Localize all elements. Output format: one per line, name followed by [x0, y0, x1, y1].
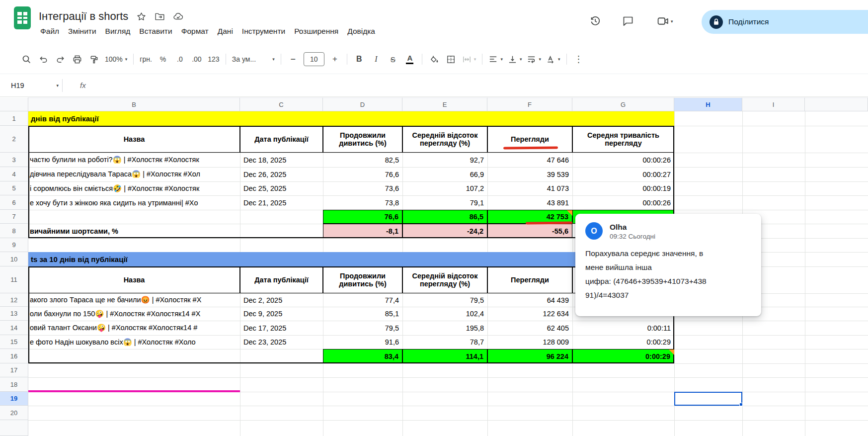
row-header-15[interactable]: 15 — [0, 335, 28, 349]
column-header-G[interactable]: G — [572, 97, 674, 111]
cell-G16[interactable]: 0:00:29 — [572, 349, 674, 363]
cell-D13[interactable]: 85,1 — [323, 307, 402, 321]
row-header-4[interactable]: 4 — [0, 167, 28, 181]
cell-F14[interactable]: 62 405 — [487, 321, 572, 335]
cell-B11[interactable]: Назва — [28, 266, 240, 293]
strikethrough-button[interactable]: S — [385, 50, 401, 68]
cell-D16[interactable]: 83,4 — [323, 349, 402, 363]
row-header-1[interactable]: 1 — [0, 111, 28, 126]
comment-marker-icon[interactable] — [669, 349, 674, 355]
menu-view[interactable]: Вигляд — [101, 25, 135, 38]
column-header-D[interactable]: D — [323, 97, 402, 111]
currency-format-button[interactable]: грн. — [137, 50, 155, 68]
row-header-16[interactable]: 16 — [0, 349, 28, 363]
bold-button[interactable]: B — [351, 50, 368, 68]
cell-G4[interactable]: 00:00:27 — [572, 167, 674, 181]
fill-color-icon[interactable] — [426, 50, 443, 68]
cell-D5[interactable]: 73,6 — [323, 181, 402, 195]
select-all-corner[interactable] — [0, 97, 28, 111]
menu-format[interactable]: Формат — [177, 25, 213, 38]
menu-tools[interactable]: Інструменти — [237, 25, 290, 38]
cell-G5[interactable]: 00:00:19 — [572, 181, 674, 195]
row-header-5[interactable]: 5 — [0, 181, 28, 195]
column-header-H[interactable]: H — [674, 97, 742, 111]
cell-D6[interactable]: 73,8 — [323, 195, 402, 210]
row-header-9[interactable]: 9 — [0, 238, 28, 252]
font-family-select[interactable]: За ум...▾ — [230, 50, 277, 68]
meet-dropdown-caret[interactable]: ▾ — [671, 19, 673, 24]
row-header-partial[interactable] — [0, 420, 28, 436]
cell-D11[interactable]: Продовжили дивитись (%) — [323, 266, 402, 293]
cell-B13[interactable]: оли бахнули по 150🤪 | #Холостяк #Холостя… — [28, 307, 240, 321]
cell-E16[interactable]: 114,1 — [402, 349, 487, 363]
row-header-13[interactable]: 13 — [0, 307, 28, 321]
cell-C15[interactable]: Dec 23, 2025 — [240, 335, 323, 349]
search-icon[interactable] — [18, 50, 35, 68]
cell-F11[interactable]: Перегляди — [487, 266, 572, 293]
cloud-status-icon[interactable] — [173, 11, 184, 22]
row-header-19[interactable]: 19 — [0, 392, 28, 406]
row-header-2[interactable]: 2 — [0, 126, 28, 153]
name-box[interactable]: H19 ▾ — [0, 82, 59, 89]
comment-marker-icon[interactable] — [567, 210, 572, 216]
cell-E14[interactable]: 195,8 — [402, 321, 487, 335]
cell-E15[interactable]: 78,7 — [402, 335, 487, 349]
increase-font-size-button[interactable]: + — [326, 50, 343, 68]
menu-extensions[interactable]: Розширення — [290, 25, 343, 38]
decrease-decimals-button[interactable]: .0 — [171, 50, 188, 68]
redo-icon[interactable] — [52, 50, 69, 68]
menu-edit[interactable]: Змінити — [64, 25, 100, 38]
row-header-3[interactable]: 3 — [0, 153, 28, 167]
text-wrap-icon[interactable]: ▾ — [524, 50, 544, 68]
zoom-select[interactable]: 100%▾ — [102, 50, 130, 68]
active-cell-H19[interactable] — [674, 392, 742, 406]
cell-E13[interactable]: 102,4 — [402, 307, 487, 321]
column-header-B[interactable]: B — [28, 97, 240, 111]
document-title[interactable]: Інтеграції в shorts — [39, 10, 128, 23]
row-header-7[interactable]: 7 — [0, 210, 28, 224]
meet-icon[interactable]: ▾ — [657, 15, 673, 27]
row-header-12[interactable]: 12 — [0, 293, 28, 307]
cell-B6[interactable]: е хочу бути з жінкою яка сидить на утрим… — [28, 195, 240, 210]
cell-D7[interactable]: 76,6 — [323, 210, 402, 224]
row-header-20[interactable]: 20 — [0, 406, 28, 420]
cell-F3[interactable]: 47 646 — [487, 153, 572, 167]
comment-card[interactable]: O Olha 09:32 Сьогодні Порахувала середнє… — [575, 214, 761, 316]
comments-icon[interactable] — [622, 15, 634, 27]
decrease-font-size-button[interactable]: − — [285, 50, 302, 68]
cell-B5[interactable]: і соромлюсь він сміється🤣 | #Холостяк #Х… — [28, 181, 240, 195]
cell-G2[interactable]: Середня тривалість перегляду — [572, 126, 674, 153]
cell-B2[interactable]: Назва — [28, 126, 240, 153]
menu-help[interactable]: Довідка — [343, 25, 380, 38]
cell-D15[interactable]: 91,6 — [323, 335, 402, 349]
merge-cells-icon[interactable]: ▾ — [460, 50, 479, 68]
column-header-F[interactable]: F — [487, 97, 572, 111]
column-header-E[interactable]: E — [402, 97, 487, 111]
cell-banner-row1[interactable]: днів від публікації — [28, 111, 674, 126]
cell-E3[interactable]: 92,7 — [402, 153, 487, 167]
toolbar-more-button[interactable]: ⋮ — [570, 50, 587, 68]
cell-E11[interactable]: Середній відсоток перегляду (%) — [402, 266, 487, 293]
cell-D8[interactable]: -8,1 — [323, 224, 402, 238]
cell-E8[interactable]: -24,2 — [402, 224, 487, 238]
cell-C13[interactable]: Dec 9, 2025 — [240, 307, 323, 321]
cell-G14[interactable]: 0:00:11 — [572, 321, 674, 335]
cell-G6[interactable]: 00:00:26 — [572, 195, 674, 210]
cell-F16[interactable]: 96 224 — [487, 349, 572, 363]
cell-G15[interactable]: 0:00:29 — [572, 335, 674, 349]
increase-decimals-button[interactable]: .00 — [188, 50, 205, 68]
cell-C6[interactable]: Dec 21, 2025 — [240, 195, 323, 210]
print-icon[interactable] — [69, 50, 85, 68]
horizontal-align-icon[interactable]: ▾ — [486, 50, 505, 68]
cell-B14[interactable]: овий талант Оксани🤪 | #Холостяк #Холостя… — [28, 321, 240, 335]
row-header-10[interactable]: 10 — [0, 252, 28, 266]
borders-icon[interactable] — [443, 50, 460, 68]
cell-E12[interactable]: 79,5 — [402, 293, 487, 307]
row-header-6[interactable]: 6 — [0, 195, 28, 210]
cell-G3[interactable]: 00:00:26 — [572, 153, 674, 167]
fill-handle[interactable] — [739, 403, 743, 406]
cell-F12[interactable]: 64 439 — [487, 293, 572, 307]
cell-C14[interactable]: Dec 17, 2025 — [240, 321, 323, 335]
row-header-11[interactable]: 11 — [0, 266, 28, 293]
move-folder-icon[interactable] — [155, 11, 165, 22]
